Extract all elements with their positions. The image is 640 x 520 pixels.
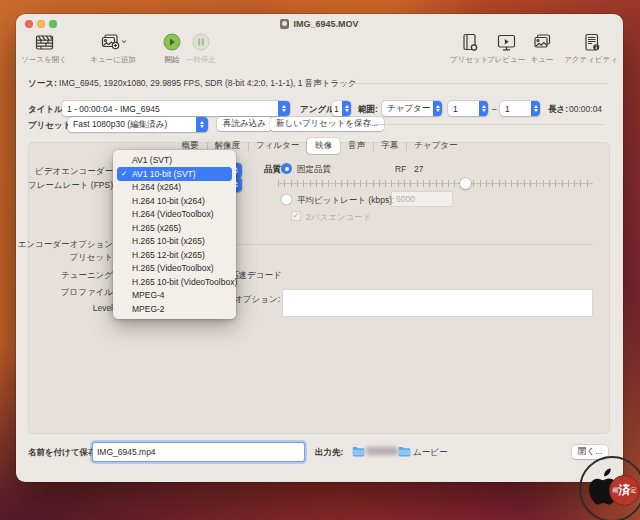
queue-button[interactable]: キュー: [522, 31, 562, 65]
encoder-menu-item[interactable]: AV1 (SVT): [117, 154, 232, 168]
handbrake-window: IMG_6945.MOV ソースを開く キューに追加: [16, 14, 623, 482]
desktop: { "window": { "title": "IMG_6945.MOV" },…: [0, 0, 640, 520]
angle-popup[interactable]: 1: [332, 101, 351, 116]
title-popup-value: 1 - 00:00:04 - IMG_6945: [62, 104, 278, 114]
encoder-menu-item[interactable]: H.265 (x265): [117, 221, 232, 235]
encoder-menu-item-label: AV1 10-bit (SVT): [132, 169, 196, 179]
two-pass-checkbox[interactable]: ✓: [291, 211, 301, 221]
pause-label: 一時停止: [179, 55, 223, 65]
encoder-menu-item-label: MPEG-4: [132, 290, 165, 300]
video-encoder-label: ビデオエンコーダー: [35, 166, 113, 178]
save-as-label: 名前を付けて保存:: [28, 447, 99, 459]
stamp-right-char: 定: [631, 486, 637, 495]
range-type-popup[interactable]: チャプター: [382, 101, 442, 116]
queue-photos-icon: [522, 31, 562, 53]
length-label: 長さ:: [548, 104, 568, 116]
pause-icon: [179, 31, 223, 53]
range-type-value: チャプター: [382, 103, 433, 115]
save-filename-input[interactable]: [93, 443, 304, 461]
tab[interactable]: フィルター: [248, 138, 307, 154]
popup-arrows-icon: [433, 101, 442, 116]
add-to-queue-label: キューに追加: [82, 55, 144, 65]
encoder-menu-item-label: H.265 (VideoToolbox): [132, 263, 214, 273]
movies-folder-label[interactable]: ムービー: [413, 447, 447, 459]
popup-arrows-icon: [479, 101, 488, 116]
avg-bitrate-field[interactable]: 6000: [392, 192, 452, 206]
clapperboard-icon: [18, 31, 70, 53]
popup-arrows-icon: [342, 101, 351, 116]
encoder-menu-item[interactable]: MPEG-4: [117, 289, 232, 303]
popup-arrows-icon: [196, 117, 208, 132]
profile-label: プロファイル: [61, 287, 113, 299]
certified-stamp: 鑑 済 定: [609, 475, 640, 506]
reload-preset-button[interactable]: 再読み込み: [217, 117, 272, 131]
avg-bitrate-label: 平均ビットレート (kbps):: [297, 195, 394, 207]
open-source-label: ソースを開く: [18, 55, 70, 65]
range-to-popup[interactable]: 1: [500, 101, 540, 116]
level-label: Level: [93, 303, 113, 313]
encoder-menu-item[interactable]: H.265 (VideoToolbox): [117, 262, 232, 276]
encoder-dropdown-menu: AV1 (SVT) ✓ AV1 10-bit (SVT) H.264 (x264…: [113, 150, 236, 319]
encoder-menu-item-label: MPEG-2: [132, 304, 165, 314]
movies-folder-icon[interactable]: [398, 446, 411, 457]
title-label: タイトル:: [28, 104, 66, 116]
rf-value: 27: [414, 164, 423, 174]
encoder-menu-item[interactable]: H.264 (VideoToolbox): [117, 208, 232, 222]
range-dash: –: [492, 104, 497, 114]
encoder-menu-item[interactable]: H.265 10-bit (x265): [117, 235, 232, 249]
tab[interactable]: チャプター: [406, 138, 465, 154]
tab[interactable]: 音声: [340, 138, 373, 154]
encoder-options-label: エンコーダーオプション: [18, 239, 113, 251]
constant-quality-label: 固定品質: [297, 164, 331, 176]
add-to-queue-button[interactable]: キューに追加: [82, 31, 144, 65]
encoder-menu-item-label: H.265 12-bit (x265): [132, 250, 205, 260]
preset-popup[interactable]: Fast 1080p30 (編集済み): [68, 117, 208, 132]
constant-quality-radio[interactable]: [281, 163, 292, 174]
encoder-menu-item-label: H.264 10-bit (x264): [132, 196, 205, 206]
encoder-menu-item[interactable]: H.264 10-bit (x264): [117, 194, 232, 208]
encoder-preset-label: プリセット: [70, 252, 114, 264]
pause-button[interactable]: 一時停止: [179, 31, 223, 65]
destination-volume-name-blurred: [366, 447, 398, 455]
rf-label: RF: [395, 164, 406, 174]
tab[interactable]: 字幕: [373, 138, 406, 154]
angle-value: 1: [332, 104, 342, 114]
movie-file-icon: [280, 19, 289, 29]
site-watermark: 鑑 済 定: [579, 456, 640, 520]
encoder-menu-item[interactable]: ✓ AV1 10-bit (SVT): [117, 167, 232, 181]
stamp-center-char: 済: [619, 482, 631, 499]
range-from-popup[interactable]: 1: [448, 101, 488, 116]
destination-volume-folder-icon[interactable]: [352, 446, 365, 457]
source-divider: [345, 83, 608, 84]
activity-button[interactable]: アクティビティ: [563, 31, 619, 65]
encoder-menu-item[interactable]: H.265 10-bit (VideoToolbox): [117, 275, 232, 289]
tab[interactable]: 映像: [307, 138, 340, 154]
popup-arrows-icon: [531, 101, 540, 116]
range-label: 範囲:: [358, 104, 378, 116]
extra-options-field[interactable]: [283, 290, 592, 316]
title-popup[interactable]: 1 - 00:00:04 - IMG_6945: [62, 101, 290, 116]
fast-decode-label: 高速デコード: [230, 270, 282, 282]
encoder-menu-item-label: H.264 (x264): [132, 182, 181, 192]
window-title: IMG_6945.MOV: [293, 19, 358, 29]
encoder-menu-item-label: AV1 (SVT): [132, 155, 172, 165]
quality-slider[interactable]: [278, 180, 593, 187]
encoder-menu-item[interactable]: H.265 12-bit (x265): [117, 248, 232, 262]
window-title-area: IMG_6945.MOV: [16, 19, 623, 29]
encoder-menu-item[interactable]: MPEG-2: [117, 302, 232, 316]
save-new-preset-button[interactable]: 新しいプリセットを保存...: [270, 117, 384, 131]
activity-log-icon: [563, 31, 619, 53]
encoder-menu-item-label: H.265 10-bit (VideoToolbox): [132, 277, 237, 287]
activity-label: アクティビティ: [563, 55, 619, 65]
quality-slider-thumb[interactable]: [460, 178, 471, 189]
open-source-button[interactable]: ソースを開く: [18, 31, 70, 65]
avg-bitrate-radio[interactable]: [281, 194, 292, 205]
framerate-label: フレームレート (FPS): [28, 180, 113, 192]
add-to-queue-icon: [82, 31, 144, 53]
encoder-menu-item[interactable]: H.264 (x264): [117, 181, 232, 195]
encoder-menu-item-label: H.265 (x265): [132, 223, 181, 233]
tune-label: チューニング: [61, 270, 113, 282]
destination-label: 出力先:: [315, 447, 343, 459]
encoder-menu-item-label: H.264 (VideoToolbox): [132, 209, 214, 219]
popup-arrows-icon: [278, 101, 290, 116]
